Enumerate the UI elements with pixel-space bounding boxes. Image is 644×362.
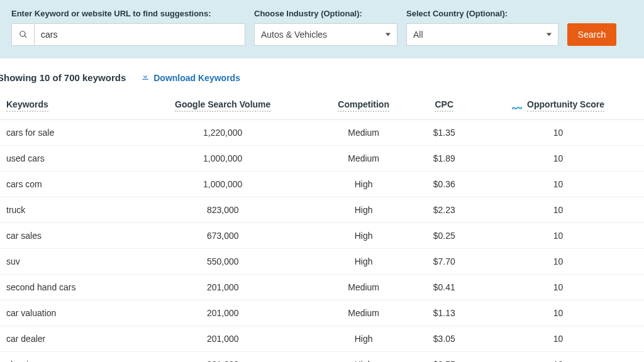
table-row: cars for sale1,220,000Medium$1.3510 xyxy=(0,120,644,146)
cell-keyword: truck xyxy=(0,197,134,223)
cell-cpc: $7.70 xyxy=(416,249,472,275)
cell-competition: Medium xyxy=(311,146,416,172)
cell-volume: 823,000 xyxy=(134,197,311,223)
cell-keyword: classic cars xyxy=(0,352,134,363)
results-summary: Showing 10 of 700 keywords xyxy=(0,72,126,83)
table-row: car dealer201,000High$3.0510 xyxy=(0,326,644,352)
cell-competition: Medium xyxy=(311,275,416,300)
country-group: Select Country (Optional): All xyxy=(406,9,558,46)
cell-keyword: suv xyxy=(0,249,134,275)
cell-cpc: $1.13 xyxy=(416,300,472,326)
table-row: suv550,000High$7.7010 xyxy=(0,249,644,275)
cell-cpc: $0.25 xyxy=(416,223,472,249)
cell-competition: Medium xyxy=(311,300,416,326)
cell-score: 10 xyxy=(472,249,644,275)
col-opportunity[interactable]: Opportunity Score xyxy=(472,92,644,120)
cell-volume: 673,000 xyxy=(134,223,311,249)
cell-score: 10 xyxy=(472,300,644,326)
table-row: classic cars201,000High$0.5510 xyxy=(0,352,644,363)
results-header: Showing 10 of 700 keywords Download Keyw… xyxy=(0,58,644,92)
table-row: car valuation201,000Medium$1.1310 xyxy=(0,300,644,326)
wave-icon xyxy=(512,102,522,107)
table-row: car sales673,000High$0.2510 xyxy=(0,223,644,249)
cell-keyword: used cars xyxy=(0,146,134,172)
industry-label: Choose Industry (Optional): xyxy=(254,9,397,18)
cell-volume: 201,000 xyxy=(134,352,311,363)
cell-keyword: cars com xyxy=(0,172,134,197)
cell-keyword: car valuation xyxy=(0,300,134,326)
table-row: second hand cars201,000Medium$0.4110 xyxy=(0,275,644,300)
cell-keyword: cars for sale xyxy=(0,120,134,146)
cell-competition: High xyxy=(311,197,416,223)
search-button[interactable]: Search xyxy=(567,23,616,46)
table-row: used cars1,000,000Medium$1.8910 xyxy=(0,146,644,172)
cell-competition: High xyxy=(311,326,416,352)
keywords-table: Keywords Google Search Volume Competitio… xyxy=(0,92,644,362)
cell-cpc: $1.89 xyxy=(416,146,472,172)
cell-volume: 1,000,000 xyxy=(134,172,311,197)
keyword-group: Enter Keyword or website URL to find sug… xyxy=(11,9,245,46)
cell-cpc: $0.41 xyxy=(416,275,472,300)
cell-score: 10 xyxy=(472,120,644,146)
cell-score: 10 xyxy=(472,326,644,352)
table-row: truck823,000High$2.2310 xyxy=(0,197,644,223)
cell-competition: High xyxy=(311,352,416,363)
chevron-down-icon xyxy=(386,33,391,36)
cell-volume: 1,220,000 xyxy=(134,120,311,146)
cell-score: 10 xyxy=(472,275,644,300)
country-select[interactable]: All xyxy=(406,23,558,46)
col-keywords[interactable]: Keywords xyxy=(0,92,134,120)
country-label: Select Country (Optional): xyxy=(406,9,558,18)
cell-volume: 1,000,000 xyxy=(134,146,311,172)
download-label: Download Keywords xyxy=(153,73,240,83)
download-icon xyxy=(141,72,150,83)
cell-score: 10 xyxy=(472,172,644,197)
table-header-row: Keywords Google Search Volume Competitio… xyxy=(0,92,644,120)
chevron-down-icon xyxy=(547,33,552,36)
cell-cpc: $0.36 xyxy=(416,172,472,197)
cell-volume: 550,000 xyxy=(134,249,311,275)
cell-competition: High xyxy=(311,172,416,197)
keyword-input[interactable] xyxy=(34,23,245,46)
col-volume[interactable]: Google Search Volume xyxy=(134,92,311,120)
cell-competition: High xyxy=(311,249,416,275)
cell-keyword: car sales xyxy=(0,223,134,249)
search-icon xyxy=(11,23,34,46)
cell-keyword: car dealer xyxy=(0,326,134,352)
industry-select[interactable]: Autos & Vehicles xyxy=(254,23,397,46)
cell-cpc: $3.05 xyxy=(416,326,472,352)
cell-volume: 201,000 xyxy=(134,275,311,300)
download-keywords-link[interactable]: Download Keywords xyxy=(141,72,240,83)
country-value: All xyxy=(413,30,423,40)
col-cpc[interactable]: CPC xyxy=(416,92,472,120)
cell-volume: 201,000 xyxy=(134,326,311,352)
cell-score: 10 xyxy=(472,223,644,249)
cell-competition: High xyxy=(311,223,416,249)
cell-cpc: $0.55 xyxy=(416,352,472,363)
cell-competition: Medium xyxy=(311,120,416,146)
table-row: cars com1,000,000High$0.3610 xyxy=(0,172,644,197)
industry-value: Autos & Vehicles xyxy=(261,30,327,40)
keyword-label: Enter Keyword or website URL to find sug… xyxy=(11,9,245,18)
cell-keyword: second hand cars xyxy=(0,275,134,300)
cell-score: 10 xyxy=(472,197,644,223)
col-competition[interactable]: Competition xyxy=(311,92,416,120)
industry-group: Choose Industry (Optional): Autos & Vehi… xyxy=(254,9,397,46)
cell-cpc: $2.23 xyxy=(416,197,472,223)
cell-cpc: $1.35 xyxy=(416,120,472,146)
cell-score: 10 xyxy=(472,352,644,363)
keyword-input-wrap xyxy=(11,23,245,46)
search-bar: Enter Keyword or website URL to find sug… xyxy=(0,0,644,58)
cell-score: 10 xyxy=(472,146,644,172)
cell-volume: 201,000 xyxy=(134,300,311,326)
